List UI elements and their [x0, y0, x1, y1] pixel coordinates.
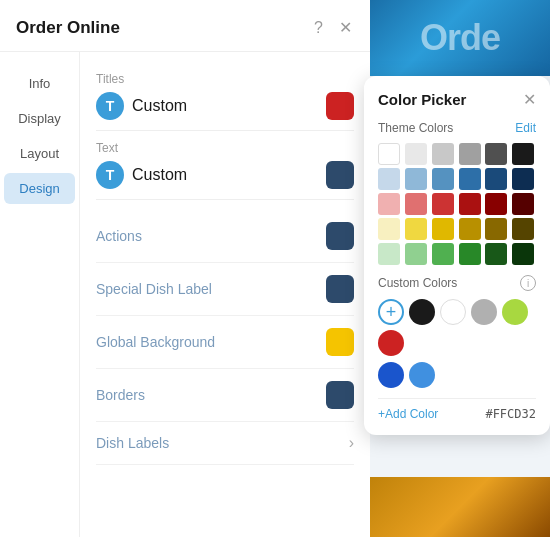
divider-2	[96, 199, 354, 200]
add-color-button[interactable]: +	[378, 299, 404, 325]
hex-value: #FFCD32	[485, 407, 536, 421]
close-button[interactable]: ✕	[337, 16, 354, 39]
sidebar-item-display[interactable]: Display	[4, 103, 75, 134]
custom-swatch-gray[interactable]	[471, 299, 497, 325]
actions-row: Actions	[96, 210, 354, 263]
bg-text: Orde	[420, 17, 500, 59]
custom-colors-header: Custom Colors i	[378, 275, 536, 291]
theme-color-cell[interactable]	[378, 193, 400, 215]
actions-color-swatch[interactable]	[326, 222, 354, 250]
picker-header: Color Picker ✕	[378, 90, 536, 109]
custom-swatch-black[interactable]	[409, 299, 435, 325]
text-color-swatch[interactable]	[326, 161, 354, 189]
titles-section-label: Titles	[96, 72, 354, 86]
theme-color-cell[interactable]	[378, 218, 400, 240]
edit-theme-link[interactable]: Edit	[515, 121, 536, 135]
theme-color-cell[interactable]	[378, 143, 400, 165]
theme-color-cell[interactable]	[405, 193, 427, 215]
theme-color-cell[interactable]	[432, 218, 454, 240]
actions-label: Actions	[96, 228, 142, 244]
theme-color-cell[interactable]	[432, 168, 454, 190]
theme-color-cell[interactable]	[459, 143, 481, 165]
picker-close-button[interactable]: ✕	[523, 90, 536, 109]
special-dish-color-swatch[interactable]	[326, 275, 354, 303]
theme-colors-label: Theme Colors	[378, 121, 453, 135]
theme-color-cell[interactable]	[485, 218, 507, 240]
global-background-color-swatch[interactable]	[326, 328, 354, 356]
theme-color-cell[interactable]	[405, 243, 427, 265]
panel-header: Order Online ? ✕	[0, 0, 370, 52]
add-color-text[interactable]: +Add Color	[378, 407, 438, 421]
picker-footer: +Add Color #FFCD32	[378, 398, 536, 421]
design-area: Titles T Custom Text T Custom	[80, 52, 370, 537]
text-row: T Custom	[96, 161, 354, 189]
theme-color-cell[interactable]	[459, 243, 481, 265]
theme-colors-header: Theme Colors Edit	[378, 121, 536, 135]
theme-color-cell[interactable]	[378, 243, 400, 265]
theme-color-cell[interactable]	[512, 193, 534, 215]
chevron-right-icon: ›	[349, 434, 354, 452]
theme-color-cell[interactable]	[485, 168, 507, 190]
custom-swatch-blue[interactable]	[378, 362, 404, 388]
theme-color-cell[interactable]	[512, 243, 534, 265]
theme-color-cell[interactable]	[459, 193, 481, 215]
theme-color-cell[interactable]	[432, 193, 454, 215]
text-section-label: Text	[96, 141, 354, 155]
sidebar-item-info[interactable]: Info	[4, 68, 75, 99]
custom-swatch-white[interactable]	[440, 299, 466, 325]
theme-color-cell[interactable]	[459, 168, 481, 190]
dish-labels-row[interactable]: Dish Labels ›	[96, 422, 354, 465]
background-bottom-image	[370, 477, 550, 537]
color-picker-panel: Color Picker ✕ Theme Colors Edit Custom …	[364, 76, 550, 435]
theme-color-cell[interactable]	[378, 168, 400, 190]
titles-color-swatch[interactable]	[326, 92, 354, 120]
titles-type-icon: T	[96, 92, 124, 120]
special-dish-label: Special Dish Label	[96, 281, 212, 297]
text-type-icon: T	[96, 161, 124, 189]
theme-color-cell[interactable]	[405, 218, 427, 240]
theme-color-cell[interactable]	[459, 218, 481, 240]
text-value: Custom	[132, 166, 187, 184]
theme-color-cell[interactable]	[405, 143, 427, 165]
titles-row-left: T Custom	[96, 92, 187, 120]
sidebar: Info Display Layout Design	[0, 52, 80, 537]
main-panel: Order Online ? ✕ Info Display Layout Des…	[0, 0, 370, 537]
theme-color-cell[interactable]	[485, 143, 507, 165]
panel-title: Order Online	[16, 18, 120, 38]
header-icons: ? ✕	[312, 16, 354, 39]
theme-color-cell[interactable]	[512, 218, 534, 240]
borders-label: Borders	[96, 387, 145, 403]
divider-1	[96, 130, 354, 131]
custom-color-row-1: +	[378, 299, 536, 356]
theme-color-cell[interactable]	[512, 168, 534, 190]
global-background-row: Global Background	[96, 316, 354, 369]
titles-row: T Custom	[96, 92, 354, 120]
sidebar-item-design[interactable]: Design	[4, 173, 75, 204]
theme-color-cell[interactable]	[432, 143, 454, 165]
custom-color-row-2	[378, 362, 536, 388]
borders-color-swatch[interactable]	[326, 381, 354, 409]
theme-color-cell[interactable]	[485, 243, 507, 265]
text-row-left: T Custom	[96, 161, 187, 189]
background-top-image: Orde	[370, 0, 550, 76]
special-dish-label-row: Special Dish Label	[96, 263, 354, 316]
dish-labels-label: Dish Labels	[96, 435, 169, 451]
custom-colors-label: Custom Colors	[378, 276, 457, 290]
info-icon[interactable]: i	[520, 275, 536, 291]
global-background-label: Global Background	[96, 334, 215, 350]
theme-color-grid	[378, 143, 536, 265]
sidebar-item-layout[interactable]: Layout	[4, 138, 75, 169]
help-button[interactable]: ?	[312, 16, 325, 39]
titles-value: Custom	[132, 97, 187, 115]
theme-color-cell[interactable]	[485, 193, 507, 215]
custom-swatch-lime[interactable]	[502, 299, 528, 325]
theme-color-cell[interactable]	[432, 243, 454, 265]
panel-content: Info Display Layout Design Titles T Cust…	[0, 52, 370, 537]
custom-swatch-lightblue[interactable]	[409, 362, 435, 388]
theme-color-cell[interactable]	[405, 168, 427, 190]
custom-swatch-red[interactable]	[378, 330, 404, 356]
picker-title: Color Picker	[378, 91, 466, 108]
borders-row: Borders	[96, 369, 354, 422]
theme-color-cell[interactable]	[512, 143, 534, 165]
